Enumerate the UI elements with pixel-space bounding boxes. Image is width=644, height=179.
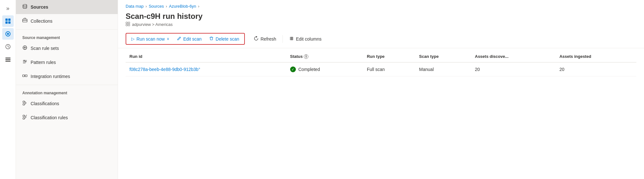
source-management-label: Source management — [16, 31, 118, 41]
sidebar: Sources Collections Source management Sc… — [16, 0, 118, 179]
edit-columns-icon — [289, 36, 294, 42]
status-info-icon[interactable]: ℹ — [304, 54, 308, 59]
svg-point-22 — [25, 61, 26, 62]
assets-ingested-cell: 20 — [556, 62, 636, 76]
table-body: f08c278a-beeb-4e88-9db0-912b3b° ✓ Comple… — [126, 62, 636, 76]
table-container: Run id Status ℹ Run type Scan type Asset… — [118, 48, 644, 179]
toolbar: ▷ Run scan now ∨ Edit scan Delete — [118, 30, 644, 48]
insights-icon[interactable] — [2, 41, 14, 52]
scan-type-cell: Manual — [415, 62, 471, 76]
sidebar-item-classification-rules[interactable]: Classification rules — [16, 111, 118, 125]
page-header: Scan-c9H run history adpurview > America… — [118, 10, 644, 30]
run-scan-icon: ▷ — [131, 36, 135, 41]
assets-discovered-cell: 20 — [471, 62, 556, 76]
table-row: f08c278a-beeb-4e88-9db0-912b3b° ✓ Comple… — [126, 62, 636, 76]
delete-scan-icon — [209, 36, 214, 42]
annotation-management-label: Annotation management — [16, 86, 118, 97]
delete-scan-button[interactable]: Delete scan — [205, 34, 243, 43]
integration-runtimes-icon — [22, 73, 27, 80]
col-run-id: Run id — [126, 51, 286, 62]
svg-rect-23 — [23, 75, 25, 77]
pattern-rules-label: Pattern rules — [31, 60, 56, 65]
sidebar-item-sources[interactable]: Sources — [16, 0, 118, 14]
svg-rect-35 — [128, 24, 130, 26]
sidebar-item-scan-rule-sets[interactable]: Scan rule sets — [16, 41, 118, 55]
classifications-label: Classifications — [31, 101, 59, 106]
svg-rect-7 — [5, 59, 11, 60]
svg-rect-33 — [128, 22, 130, 24]
svg-rect-24 — [25, 75, 27, 77]
sidebar-divider-1 — [16, 29, 118, 30]
subtitle-icon — [126, 22, 130, 27]
refresh-button[interactable]: Refresh — [250, 34, 280, 44]
catalog-icon[interactable] — [2, 28, 14, 40]
collections-icon — [22, 18, 27, 24]
run-id-link[interactable]: f08c278a-beeb-4e88-9db0-912b3b° — [129, 67, 200, 72]
breadcrumb-sep-3: › — [198, 4, 199, 9]
svg-rect-0 — [5, 19, 8, 21]
edit-scan-label: Edit scan — [183, 36, 202, 42]
run-type-cell: Full scan — [363, 62, 415, 76]
delete-scan-label: Delete scan — [216, 36, 239, 42]
svg-rect-26 — [23, 104, 25, 105]
run-scan-now-button[interactable]: ▷ Run scan now ∨ — [128, 35, 173, 43]
management-icon[interactable] — [2, 54, 14, 65]
status-completed-icon: ✓ — [290, 66, 296, 72]
sidebar-item-pattern-rules[interactable]: Pattern rules — [16, 55, 118, 69]
svg-rect-2 — [5, 21, 8, 24]
subtitle-text: adpurview > Americas — [132, 22, 173, 27]
chevron-icon[interactable]: » — [2, 3, 14, 14]
svg-point-21 — [24, 60, 25, 61]
page-subtitle: adpurview > Americas — [126, 22, 636, 27]
svg-rect-6 — [5, 58, 11, 58]
svg-rect-34 — [126, 24, 128, 26]
breadcrumb-sep-1: › — [145, 4, 147, 9]
sidebar-item-integration-runtimes[interactable]: Integration runtimes — [16, 69, 118, 83]
svg-rect-8 — [5, 61, 11, 62]
edit-columns-label: Edit columns — [296, 36, 321, 42]
svg-point-13 — [24, 47, 26, 48]
edit-scan-button[interactable]: Edit scan — [173, 34, 206, 43]
breadcrumb: Data map › Sources › AzureBlob-6yn › — [118, 0, 644, 10]
breadcrumb-azureblob[interactable]: AzureBlob-6yn — [169, 4, 196, 9]
svg-rect-28 — [23, 118, 25, 119]
sidebar-divider-2 — [16, 85, 118, 85]
run-id-cell: f08c278a-beeb-4e88-9db0-912b3b° — [126, 62, 286, 76]
breadcrumb-sources[interactable]: Sources — [149, 4, 164, 9]
col-status: Status ℹ — [286, 51, 363, 62]
classification-rules-icon — [22, 114, 27, 121]
sources-icon — [22, 4, 27, 10]
edit-columns-button[interactable]: Edit columns — [285, 34, 325, 44]
table-header: Run id Status ℹ Run type Scan type Asset… — [126, 51, 636, 62]
edit-scan-icon — [177, 36, 181, 42]
breadcrumb-data-map[interactable]: Data map — [126, 4, 143, 9]
pattern-rules-icon — [22, 59, 27, 66]
toolbar-divider — [282, 35, 283, 43]
scan-rule-sets-icon — [22, 45, 27, 51]
svg-rect-3 — [8, 21, 11, 24]
svg-rect-29 — [23, 115, 25, 117]
status-label: Completed — [298, 67, 320, 72]
page-title: Scan-c9H run history — [126, 11, 636, 21]
status-cell: ✓ Completed — [286, 62, 363, 76]
icon-rail: » — [0, 0, 16, 179]
scan-rule-sets-label: Scan rule sets — [31, 46, 59, 51]
refresh-icon — [254, 36, 259, 42]
main-content: Data map › Sources › AzureBlob-6yn › Sca… — [118, 0, 644, 179]
col-assets-discovered: Assets discove... — [471, 51, 556, 62]
svg-point-9 — [23, 4, 27, 6]
refresh-label: Refresh — [260, 36, 276, 42]
sidebar-item-collections[interactable]: Collections — [16, 14, 118, 28]
scan-history-table: Run id Status ℹ Run type Scan type Asset… — [126, 51, 636, 76]
svg-rect-1 — [8, 19, 11, 21]
toolbar-highlighted-group: ▷ Run scan now ∨ Edit scan Delete — [126, 33, 245, 45]
col-run-type: Run type — [363, 51, 415, 62]
classification-rules-label: Classification rules — [31, 115, 68, 120]
integration-runtimes-label: Integration runtimes — [31, 74, 70, 79]
sidebar-item-classifications[interactable]: Classifications — [16, 97, 118, 111]
data-map-icon[interactable] — [2, 15, 14, 27]
run-scan-label: Run scan now — [136, 36, 165, 42]
col-scan-type: Scan type — [415, 51, 471, 62]
svg-point-5 — [7, 33, 9, 35]
classifications-icon — [22, 100, 27, 107]
